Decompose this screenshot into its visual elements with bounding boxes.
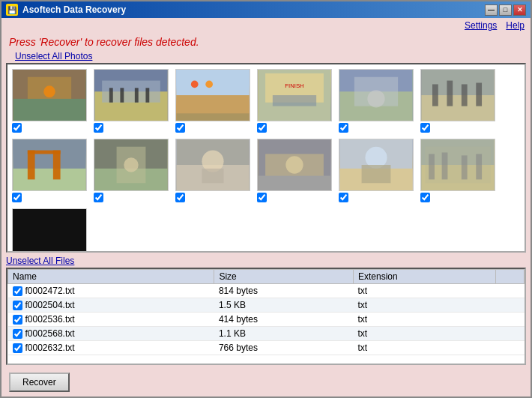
file-table-container[interactable]: Name Size Extension f0002472.txt 814 byt…	[6, 268, 526, 365]
photo-thumb	[420, 139, 495, 191]
svg-point-3	[43, 85, 55, 97]
photo-checkbox[interactable]	[175, 193, 185, 202]
file-checkbox[interactable]	[13, 301, 22, 310]
svg-point-46	[285, 156, 303, 173]
close-button[interactable]: ✕	[513, 4, 526, 16]
photo-thumb	[12, 69, 87, 121]
svg-rect-32	[28, 151, 35, 180]
photo-checkbox[interactable]	[339, 193, 348, 202]
recover-button[interactable]: Recover	[9, 373, 70, 392]
minimize-button[interactable]: —	[485, 4, 498, 16]
photo-checkbox[interactable]	[339, 123, 348, 133]
file-size: 814 bytes	[214, 284, 354, 298]
svg-rect-26	[432, 84, 438, 106]
photo-checkbox[interactable]	[12, 193, 22, 202]
svg-rect-18	[273, 95, 316, 106]
svg-point-13	[191, 81, 199, 88]
svg-rect-54	[429, 154, 435, 179]
table-row: f0002568.txt 1.1 KB txt	[8, 327, 525, 341]
photo-thumb: FINISH	[257, 69, 332, 121]
file-extra	[496, 284, 525, 298]
file-checkbox[interactable]	[13, 329, 22, 339]
photo-grid: FINISH	[7, 64, 525, 253]
photo-area: FINISH	[1, 63, 531, 253]
file-size: 1.5 KB	[214, 298, 354, 313]
photo-checkbox[interactable]	[420, 193, 430, 202]
file-size: 414 bytes	[214, 313, 354, 327]
menu-bar: Settings Help	[1, 18, 531, 33]
svg-rect-55	[442, 152, 448, 179]
svg-rect-10	[145, 88, 149, 102]
svg-rect-11	[176, 70, 249, 95]
file-name-cell: f0002504.txt	[8, 298, 214, 313]
svg-rect-45	[258, 176, 330, 190]
photo-checkbox[interactable]	[12, 123, 22, 133]
svg-rect-58	[13, 209, 85, 253]
bottom-bar: Recover	[1, 368, 531, 397]
files-section: Unselect All Files Name Size Extension f…	[1, 253, 531, 368]
file-name: f0002504.txt	[25, 300, 75, 310]
help-menu[interactable]: Help	[506, 20, 525, 31]
svg-rect-9	[135, 88, 139, 102]
photo-thumb	[339, 139, 414, 191]
file-checkbox[interactable]	[13, 315, 22, 325]
svg-rect-42	[202, 169, 223, 183]
file-ext: txt	[353, 341, 495, 355]
table-header-row: Name Size Extension	[8, 270, 525, 284]
unselect-all-photos[interactable]: Unselect All Photos	[7, 49, 100, 63]
main-window: 💾 Asoftech Data Recovery — □ ✕ Settings …	[0, 0, 532, 398]
photo-item	[339, 139, 417, 202]
svg-point-14	[205, 81, 213, 88]
file-ext: txt	[353, 313, 495, 327]
file-size: 1.1 KB	[214, 327, 354, 341]
photo-checkbox[interactable]	[257, 193, 267, 202]
photo-item: FINISH	[257, 69, 336, 133]
file-extra	[496, 313, 525, 327]
photo-item	[94, 139, 172, 202]
col-extra	[496, 270, 525, 284]
photo-scroll-area[interactable]: FINISH	[6, 63, 526, 253]
file-checkbox[interactable]	[13, 343, 22, 353]
svg-rect-31	[13, 169, 85, 190]
svg-rect-57	[476, 154, 482, 179]
svg-rect-56	[462, 155, 468, 179]
col-name: Name	[8, 270, 214, 284]
photo-thumb	[12, 139, 87, 191]
file-extra	[496, 327, 525, 341]
photo-item	[339, 69, 417, 133]
file-ext: txt	[353, 327, 495, 341]
svg-rect-7	[109, 88, 113, 102]
photo-item	[175, 139, 254, 202]
svg-rect-2	[13, 99, 85, 121]
file-checkbox[interactable]	[13, 286, 22, 296]
svg-rect-27	[447, 81, 453, 106]
photo-thumb	[175, 139, 250, 191]
file-size: 766 bytes	[214, 341, 354, 355]
svg-rect-28	[462, 84, 468, 106]
svg-point-23	[367, 90, 384, 107]
file-name-cell: f0002568.txt	[8, 327, 214, 341]
photo-checkbox[interactable]	[94, 193, 103, 202]
file-name-cell: f0002536.txt	[8, 313, 214, 327]
file-name: f0002568.txt	[25, 328, 75, 339]
photo-checkbox[interactable]	[175, 123, 185, 133]
svg-rect-8	[120, 88, 124, 102]
file-extra	[496, 341, 525, 355]
file-extra	[496, 298, 525, 313]
svg-rect-33	[53, 151, 61, 180]
photo-item	[257, 139, 336, 202]
photo-checkbox[interactable]	[420, 123, 430, 133]
maximize-button[interactable]: □	[499, 4, 512, 16]
photo-checkbox[interactable]	[94, 123, 103, 133]
svg-rect-15	[176, 113, 249, 121]
settings-menu[interactable]: Settings	[465, 20, 497, 31]
photo-item	[420, 69, 499, 133]
photo-item	[175, 69, 254, 133]
prompt-text: Press 'Recover' to recover files detecte…	[1, 33, 531, 49]
file-name: f0002472.txt	[25, 286, 75, 296]
file-ext: txt	[353, 284, 495, 298]
unselect-all-files[interactable]: Unselect All Files	[6, 254, 526, 268]
photo-thumb	[339, 69, 414, 121]
photo-item	[12, 208, 91, 253]
photo-checkbox[interactable]	[257, 123, 267, 133]
